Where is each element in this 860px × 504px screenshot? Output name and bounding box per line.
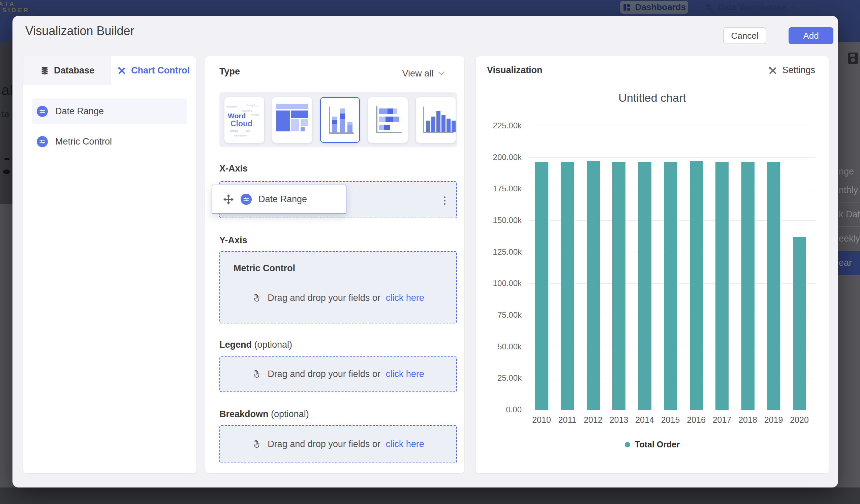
nav-item-label: Data Warehouse: [718, 2, 786, 13]
chart-type-stacked-bar[interactable]: [368, 97, 408, 143]
chart-type-strip: business Analytics keyword Word mining C…: [219, 92, 457, 147]
nav-item-settings[interactable]: Settings: [823, 1, 860, 14]
gridline: [529, 410, 816, 410]
logo-line-1: DATA: [0, 1, 30, 7]
fields-panel: Database Chart Control Date Range Metric…: [23, 56, 196, 473]
background-text-fragment: ta: [1, 109, 9, 119]
dragged-field-label: Date Range: [258, 194, 307, 204]
nav-item-data-warehouse[interactable]: Data Warehouse: [704, 1, 796, 14]
sliders-icon: [37, 136, 48, 147]
tools-icon: [117, 66, 126, 75]
tab-label: Database: [54, 66, 94, 76]
bar: [535, 162, 548, 410]
bar: [664, 162, 677, 410]
chart-legend[interactable]: Total Order: [476, 440, 829, 449]
x-axis-label: X-Axis: [219, 163, 248, 174]
breakdown-drop-zone[interactable]: Drag and drop your fields or click here: [219, 425, 457, 463]
data-warehouse-icon: [704, 3, 714, 12]
chart-type-word-cloud[interactable]: business Analytics keyword Word mining C…: [225, 97, 264, 143]
breakdown-optional-text: (optional): [271, 409, 309, 419]
chart-type-column[interactable]: [416, 97, 456, 143]
background-right-strip: nge nthly k Date eekly ear: [838, 42, 860, 488]
drop-text: Drag and drop your fields or: [268, 369, 381, 379]
cancel-button[interactable]: Cancel: [723, 27, 766, 44]
background-left-strip: [0, 204, 13, 488]
tab-chart-control[interactable]: Chart Control: [111, 56, 196, 85]
background-bottom-strip: [0, 488, 860, 504]
chart-plot: 0.0025.00k50.00k75.00k100.00k125.00k150.…: [476, 56, 829, 473]
nav-item-dashboards[interactable]: Dashboards: [620, 1, 688, 14]
view-all-label: View all: [402, 68, 433, 79]
background-dropdown-item: k Date: [838, 202, 860, 226]
view-all-button[interactable]: View all: [402, 68, 445, 79]
y-tick-label: 200.00k: [476, 153, 522, 162]
click-here-link[interactable]: click here: [386, 439, 424, 449]
y-tick-label: 100.00k: [476, 278, 522, 288]
kebab-menu-icon[interactable]: [440, 193, 449, 208]
y-tick-label: 125.00k: [476, 247, 522, 257]
gridline: [529, 126, 816, 126]
x-tick-label: 2014: [631, 415, 658, 425]
background-left-panel: al ta: [0, 42, 13, 204]
sliders-icon: [241, 194, 252, 205]
bar: [561, 162, 574, 410]
y-tick-label: 150.00k: [476, 216, 522, 225]
bar: [741, 162, 755, 410]
nav-item-label: Settings: [837, 2, 860, 13]
save-icon[interactable]: [848, 53, 858, 64]
background-dropdown-item: nthly: [838, 178, 860, 202]
y-axis-label: Y-Axis: [219, 235, 247, 246]
x-tick-label: 2020: [786, 415, 813, 425]
x-tick-label: 2015: [657, 415, 684, 425]
x-tick-label: 2013: [605, 415, 632, 425]
background-text-fragment: al: [1, 82, 13, 99]
y-tick-label: 75.00k: [476, 310, 522, 320]
y-tick-label: 50.00k: [476, 342, 522, 351]
field-item-label: Metric Control: [55, 136, 112, 147]
nav-item-label: Dashboards: [635, 2, 686, 13]
bar: [612, 162, 626, 410]
click-here-link[interactable]: click here: [386, 293, 424, 303]
x-tick-label: 2012: [579, 415, 606, 425]
legend-section-label: Legend (optional): [219, 340, 292, 350]
legend-drop-zone[interactable]: Drag and drop your fields or click here: [219, 357, 457, 392]
tab-database[interactable]: Database: [23, 56, 111, 85]
background-bullet: [3, 170, 10, 174]
app-logo: DATA INSIDER: [0, 1, 30, 13]
drop-text: Drag and drop your fields or: [268, 293, 381, 303]
y-tick-label: 0.00: [476, 405, 522, 414]
tap-icon: [252, 369, 262, 379]
bar: [690, 161, 703, 410]
y-tick-label: 225.00k: [476, 121, 522, 130]
x-tick-label: 2017: [709, 415, 736, 425]
legend-label-text: Legend: [219, 340, 252, 350]
bar: [793, 237, 806, 410]
y-tick-label: 25.00k: [476, 373, 522, 383]
background-dropdown-item-selected: ear: [838, 251, 860, 275]
y-axis-zone-title: Metric Control: [233, 263, 295, 274]
dashboards-icon: [622, 3, 631, 12]
chart-type-treemap[interactable]: [272, 97, 312, 143]
field-item-date-range[interactable]: Date Range: [32, 98, 187, 124]
type-label: Type: [219, 66, 240, 77]
logo-line-2: INSIDER: [0, 7, 30, 13]
dragged-field-date-range[interactable]: Date Range: [212, 185, 346, 214]
tap-icon: [252, 439, 262, 449]
x-tick-label: 2019: [760, 415, 787, 425]
legend-series-label: Total Order: [635, 440, 680, 449]
chart-type-stacked-column[interactable]: [320, 97, 360, 143]
breakdown-section-label: Breakdown (optional): [219, 409, 309, 419]
field-item-metric-control[interactable]: Metric Control: [32, 129, 187, 155]
click-here-link[interactable]: click here: [386, 369, 424, 379]
panel-tabs: Database Chart Control: [23, 56, 196, 85]
legend-dot: [625, 442, 630, 447]
visualization-panel: Visualization Settings Untitled chart 0.…: [476, 56, 829, 473]
y-axis-drop-zone[interactable]: Metric Control Drag and drop your fields…: [219, 251, 457, 323]
add-button[interactable]: Add: [789, 27, 833, 44]
x-tick-label: 2011: [554, 415, 581, 425]
chevron-down-icon: [790, 5, 796, 10]
tab-label: Chart Control: [131, 66, 190, 76]
database-icon: [40, 66, 49, 75]
x-tick-label: 2010: [528, 415, 555, 425]
move-icon: [223, 194, 234, 205]
